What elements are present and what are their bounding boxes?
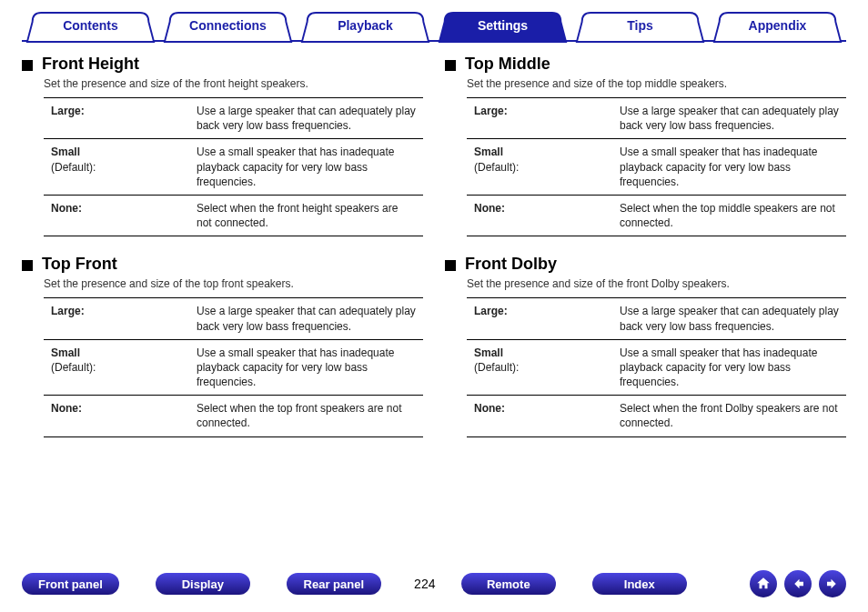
- left-column: Front Height Set the presence and size o…: [22, 55, 423, 456]
- section-table: Large: Use a large speaker that can adeq…: [467, 297, 846, 436]
- table-row: Small(Default): Use a small speaker that…: [467, 339, 846, 396]
- table-row: None: Select when the front height speak…: [44, 195, 423, 236]
- next-page-button[interactable]: [819, 570, 846, 597]
- right-column: Top Middle Set the presence and size of …: [445, 55, 846, 456]
- prev-page-button[interactable]: [784, 570, 812, 597]
- section-table: Large: Use a large speaker that can adeq…: [467, 97, 846, 236]
- footer-link-index[interactable]: Index: [592, 573, 687, 595]
- footer-link-rear-panel[interactable]: Rear panel: [287, 573, 381, 595]
- section-top-front: Top Front Set the presence and size of t…: [22, 255, 423, 436]
- table-row: Small(Default): Use a small speaker that…: [467, 139, 846, 196]
- section-table: Large: Use a large speaker that can adeq…: [44, 97, 423, 236]
- footer-link-display[interactable]: Display: [156, 573, 250, 595]
- home-button[interactable]: [750, 570, 777, 597]
- table-row: None: Select when the top middle speaker…: [467, 195, 846, 236]
- table-row: None: Select when the top front speakers…: [44, 396, 423, 436]
- section-title: Top Front: [42, 255, 117, 274]
- page-number: 224: [403, 577, 447, 591]
- tab-contents[interactable]: Contents: [25, 11, 156, 40]
- tab-playback[interactable]: Playback: [300, 11, 430, 40]
- footer-link-remote[interactable]: Remote: [461, 573, 556, 595]
- section-table: Large: Use a large speaker that can adeq…: [44, 297, 423, 436]
- footer-nav: Front panel Display Rear panel 224 Remot…: [22, 570, 846, 597]
- table-row: Small(Default): Use a small speaker that…: [44, 339, 423, 396]
- section-desc: Set the presence and size of the top fro…: [44, 277, 423, 290]
- section-title: Front Dolby: [465, 255, 557, 274]
- table-row: Small(Default): Use a small speaker that…: [44, 139, 423, 196]
- section-desc: Set the presence and size of the front D…: [467, 277, 846, 290]
- top-tab-bar: Contents Connections Playback Settings T…: [22, 11, 846, 42]
- tab-connections[interactable]: Connections: [163, 11, 293, 40]
- section-top-middle: Top Middle Set the presence and size of …: [445, 55, 846, 236]
- content-columns: Front Height Set the presence and size o…: [22, 55, 846, 456]
- table-row: Large: Use a large speaker that can adeq…: [467, 98, 846, 139]
- section-bullet-icon: [22, 60, 33, 71]
- table-row: Large: Use a large speaker that can adeq…: [44, 98, 423, 139]
- tab-settings[interactable]: Settings: [438, 11, 568, 40]
- section-title: Top Middle: [465, 55, 550, 74]
- section-desc: Set the presence and size of the top mid…: [467, 77, 846, 90]
- footer-link-front-panel[interactable]: Front panel: [22, 573, 119, 595]
- arrow-left-icon: [790, 576, 806, 592]
- section-bullet-icon: [22, 260, 33, 271]
- home-icon: [755, 576, 772, 592]
- section-front-dolby: Front Dolby Set the presence and size of…: [445, 255, 846, 436]
- table-row: Large: Use a large speaker that can adeq…: [467, 298, 846, 339]
- table-row: None: Select when the front Dolby speake…: [467, 396, 846, 436]
- section-bullet-icon: [445, 60, 456, 71]
- table-row: Large: Use a large speaker that can adeq…: [44, 298, 423, 339]
- section-bullet-icon: [445, 260, 456, 271]
- section-front-height: Front Height Set the presence and size o…: [22, 55, 423, 236]
- arrow-right-icon: [824, 576, 841, 592]
- section-desc: Set the presence and size of the front h…: [44, 77, 423, 90]
- tab-tips[interactable]: Tips: [575, 11, 705, 40]
- section-title: Front Height: [42, 55, 139, 74]
- tab-appendix[interactable]: Appendix: [712, 11, 843, 40]
